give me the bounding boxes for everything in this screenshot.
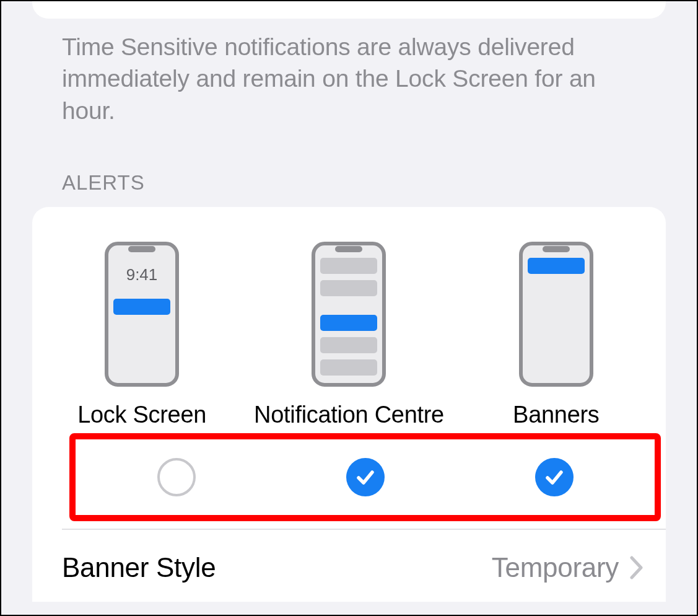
svg-rect-1	[128, 246, 155, 252]
lock-screen-checkbox[interactable]	[157, 458, 196, 496]
svg-rect-7	[320, 280, 377, 296]
chevron-right-icon	[630, 556, 643, 579]
lock-screen-phone-icon: 9:41	[105, 242, 179, 387]
banner-style-row[interactable]: Banner Style Temporary	[32, 530, 666, 602]
alerts-section-header: ALERTS	[32, 126, 666, 207]
annotation-highlight	[69, 433, 661, 521]
time-sensitive-description: Time Sensitive notifications are always …	[32, 25, 666, 126]
alert-option-banners[interactable]: Banners	[453, 242, 660, 428]
previous-card-bottom	[32, 1, 666, 19]
alerts-card: 9:41 Lock Screen Notification Centre	[32, 207, 666, 602]
notification-centre-checkbox[interactable]	[346, 458, 385, 496]
checkmark-icon	[543, 466, 565, 488]
banner-style-label: Banner Style	[62, 552, 216, 583]
svg-rect-3	[113, 299, 170, 315]
svg-rect-6	[320, 258, 377, 274]
banner-style-value-wrap: Temporary	[492, 552, 643, 583]
svg-rect-8	[320, 315, 377, 331]
svg-rect-13	[528, 258, 585, 274]
svg-rect-5	[335, 246, 362, 252]
banner-style-value: Temporary	[492, 552, 619, 583]
banners-phone-icon	[519, 242, 593, 387]
alert-option-label: Notification Centre	[254, 402, 444, 428]
svg-rect-9	[320, 337, 377, 353]
svg-rect-10	[320, 359, 377, 376]
notification-centre-phone-icon	[312, 242, 386, 387]
settings-screen: Time Sensitive notifications are always …	[0, 0, 698, 616]
svg-rect-12	[543, 246, 570, 252]
alert-option-label: Lock Screen	[77, 402, 206, 428]
alert-checkbox-row	[76, 439, 655, 515]
alert-style-row: 9:41 Lock Screen Notification Centre	[32, 242, 666, 428]
alert-option-notification-centre[interactable]: Notification Centre	[245, 242, 452, 428]
alert-option-lock-screen[interactable]: 9:41 Lock Screen	[38, 242, 245, 428]
checkmark-icon	[354, 466, 377, 488]
alert-option-label: Banners	[513, 402, 599, 428]
banners-checkbox[interactable]	[535, 458, 574, 496]
svg-text:9:41: 9:41	[126, 265, 158, 284]
